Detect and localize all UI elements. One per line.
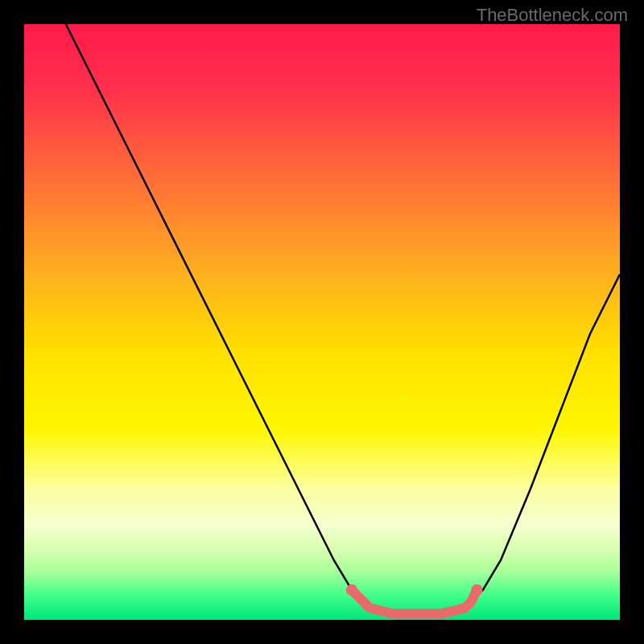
watermark-text: TheBottleneck.com xyxy=(477,5,628,26)
highlight-dot xyxy=(471,584,482,596)
gradient-background xyxy=(24,24,620,620)
bottleneck-chart xyxy=(24,24,620,620)
chart-frame xyxy=(24,24,620,620)
highlight-dot xyxy=(346,584,357,596)
